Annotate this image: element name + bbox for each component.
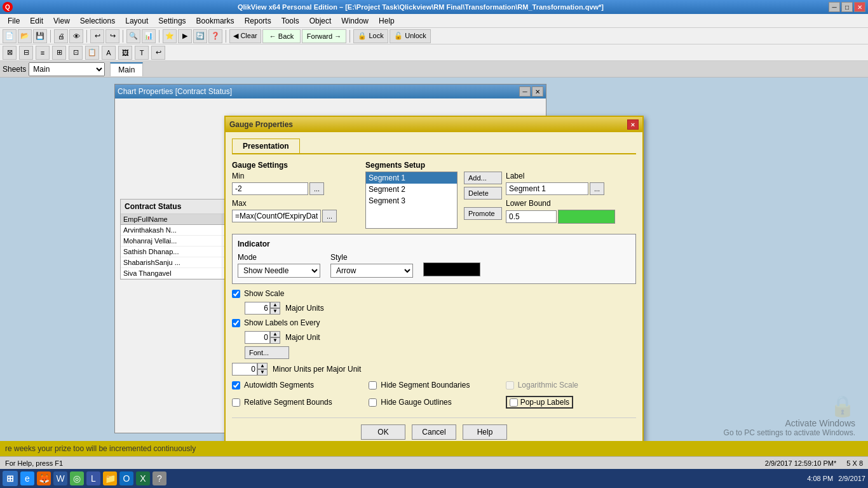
- help-btn[interactable]: ❓: [208, 29, 222, 43]
- menu-help[interactable]: Help: [374, 14, 400, 27]
- tb2-btn1[interactable]: ⊠: [3, 46, 17, 60]
- tb2-btn3[interactable]: ≡: [36, 46, 50, 60]
- search-btn[interactable]: 🔍: [126, 29, 140, 43]
- menu-reports[interactable]: Reports: [240, 14, 276, 27]
- seg-label-ellipsis-btn[interactable]: ...: [590, 182, 604, 195]
- labels-down[interactable]: ▼: [270, 337, 280, 344]
- tb2-btn9[interactable]: T: [135, 46, 149, 60]
- taskbar-word-icon[interactable]: W: [53, 471, 67, 485]
- tb2-btn10[interactable]: ↩: [151, 46, 165, 60]
- close-button[interactable]: ✕: [854, 2, 865, 12]
- gauge-dialog-close[interactable]: ×: [627, 119, 639, 130]
- menu-layout[interactable]: Layout: [120, 14, 153, 27]
- min-input[interactable]: [232, 182, 308, 195]
- undo-btn[interactable]: ↩: [90, 29, 104, 43]
- indicator-color-box[interactable]: [423, 262, 480, 278]
- redo-btn[interactable]: ↪: [105, 29, 119, 43]
- minor-units-input[interactable]: [232, 363, 257, 376]
- taskbar-explorer-icon[interactable]: 📁: [103, 471, 117, 485]
- tb2-btn7[interactable]: A: [102, 46, 116, 60]
- menu-settings[interactable]: Settings: [153, 14, 191, 27]
- menu-selections[interactable]: Selections: [75, 14, 120, 27]
- major-units-up[interactable]: ▲: [270, 302, 280, 308]
- sheet-select[interactable]: Main: [29, 62, 105, 76]
- tb2-btn2[interactable]: ⊟: [19, 46, 33, 60]
- major-units-input[interactable]: [245, 302, 270, 315]
- logarithmic-checkbox[interactable]: [506, 381, 514, 390]
- minor-units-row: ▲ ▼ Minor Units per Major Unit: [232, 363, 636, 376]
- segment-item-3[interactable]: Segment 3: [366, 195, 457, 207]
- autowidth-checkbox[interactable]: [232, 381, 240, 390]
- major-units-down[interactable]: ▼: [270, 308, 280, 315]
- hide-outlines-checkbox[interactable]: [369, 398, 377, 407]
- labels-spinner-input[interactable]: [245, 331, 270, 344]
- menu-bookmarks[interactable]: Bookmarks: [191, 14, 240, 27]
- tb2-btn8[interactable]: 🖼: [118, 46, 132, 60]
- refresh-btn[interactable]: 🔄: [193, 29, 207, 43]
- taskbar-unknown-icon[interactable]: ?: [153, 471, 166, 485]
- chart-btn[interactable]: 📊: [142, 29, 156, 43]
- menu-edit[interactable]: Edit: [25, 14, 48, 27]
- taskbar-chrome-icon[interactable]: ◎: [70, 471, 84, 485]
- minimize-button[interactable]: ─: [829, 2, 840, 12]
- min-ellipsis-btn[interactable]: ...: [309, 182, 324, 195]
- menu-file[interactable]: File: [3, 14, 25, 27]
- title-controls[interactable]: ─ □ ✕: [829, 2, 865, 12]
- add-segment-btn[interactable]: Add...: [464, 172, 502, 184]
- lower-bound-color[interactable]: [558, 210, 615, 224]
- mode-select[interactable]: Show Needle: [238, 264, 320, 278]
- maximize-button[interactable]: □: [841, 2, 853, 12]
- menu-window[interactable]: Window: [336, 14, 374, 27]
- max-input[interactable]: [232, 210, 321, 222]
- taskbar-ie-icon[interactable]: e: [20, 471, 34, 485]
- max-ellipsis-btn[interactable]: ...: [322, 210, 337, 222]
- taskbar-excel-icon[interactable]: X: [136, 471, 150, 485]
- lock-btn[interactable]: 🔒 Lock: [353, 29, 388, 43]
- labels-up[interactable]: ▲: [270, 331, 280, 337]
- relative-checkbox[interactable]: [232, 398, 240, 407]
- new-btn[interactable]: 📄: [3, 29, 17, 43]
- bookmark-btn[interactable]: ⭐: [163, 29, 177, 43]
- save-btn[interactable]: 💾: [33, 29, 47, 43]
- tb2-btn4[interactable]: ⊞: [52, 46, 66, 60]
- segments-list[interactable]: Segment 1 Segment 2 Segment 3: [365, 172, 458, 229]
- preview-btn[interactable]: 👁: [69, 29, 83, 43]
- show-scale-checkbox[interactable]: [232, 290, 240, 298]
- tb2-btn5[interactable]: ⊡: [69, 46, 83, 60]
- sheet-tab-main[interactable]: Main: [110, 62, 143, 76]
- unlock-btn[interactable]: 🔓 Unlock: [390, 29, 431, 43]
- start-button[interactable]: ⊞: [3, 471, 18, 486]
- tb2-btn6[interactable]: 📋: [85, 46, 99, 60]
- style-select[interactable]: Arrow: [330, 264, 413, 278]
- popup-labels-checkbox[interactable]: [510, 398, 518, 407]
- forward-nav-btn[interactable]: Forward →: [302, 29, 346, 43]
- lower-bound-input[interactable]: [506, 210, 557, 223]
- help-button[interactable]: Help: [463, 424, 507, 440]
- taskbar-firefox-icon[interactable]: 🦊: [37, 471, 51, 485]
- menu-tools[interactable]: Tools: [276, 14, 304, 27]
- hide-boundaries-checkbox[interactable]: [369, 381, 377, 390]
- delete-segment-btn[interactable]: Delete: [464, 187, 502, 200]
- minor-units-up[interactable]: ▲: [257, 363, 268, 369]
- minor-units-down[interactable]: ▼: [257, 369, 268, 376]
- clear-btn[interactable]: ◀ Clear: [229, 29, 261, 43]
- segment-item-1[interactable]: Segment 1: [366, 172, 457, 184]
- seg-label-input[interactable]: [506, 182, 588, 195]
- show-labels-checkbox[interactable]: [232, 319, 240, 327]
- segment-item-2[interactable]: Segment 2: [366, 184, 457, 195]
- cancel-button[interactable]: Cancel: [412, 424, 456, 440]
- print-btn[interactable]: 🖨: [54, 29, 68, 43]
- menu-view[interactable]: View: [48, 14, 75, 27]
- taskbar-outlook-icon[interactable]: O: [119, 471, 133, 485]
- indicator-color[interactable]: [423, 262, 480, 276]
- ok-button[interactable]: OK: [361, 424, 405, 440]
- taskbar-visio-icon[interactable]: L: [86, 471, 100, 485]
- back-btn[interactable]: ← Back: [262, 29, 301, 43]
- main-content: Chart Properties [Contract Status] ─ ✕ C…: [0, 78, 868, 488]
- forward-btn[interactable]: ▶: [178, 29, 192, 43]
- tab-presentation[interactable]: Presentation: [232, 139, 300, 153]
- font-button[interactable]: Font...: [245, 346, 289, 359]
- promote-segment-btn[interactable]: Promote: [464, 207, 502, 220]
- menu-object[interactable]: Object: [304, 14, 337, 27]
- open-btn[interactable]: 📂: [18, 29, 32, 43]
